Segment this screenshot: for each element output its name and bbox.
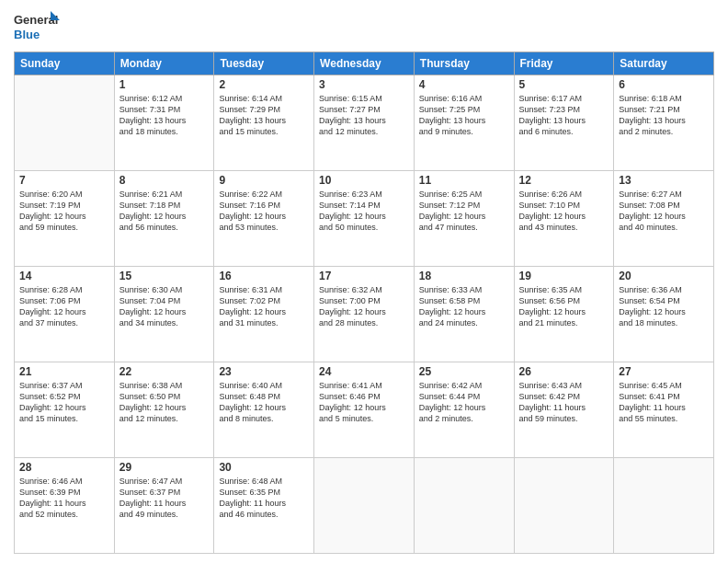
day-number: 26: [519, 365, 609, 378]
calendar-cell: [514, 458, 614, 554]
day-info: Sunrise: 6:25 AM Sunset: 7:12 PM Dayligh…: [419, 189, 509, 234]
day-number: 25: [419, 365, 509, 378]
day-number: 2: [219, 78, 309, 91]
day-number: 8: [119, 174, 210, 187]
calendar-cell: 11Sunrise: 6:25 AM Sunset: 7:12 PM Dayli…: [414, 171, 514, 267]
day-number: 20: [619, 270, 709, 282]
svg-text:Blue: Blue: [14, 28, 40, 41]
calendar-table: SundayMondayTuesdayWednesdayThursdayFrid…: [14, 52, 714, 554]
calendar-cell: 5Sunrise: 6:17 AM Sunset: 7:23 PM Daylig…: [514, 75, 614, 171]
day-number: 13: [619, 174, 709, 187]
weekday-wednesday: Wednesday: [314, 52, 415, 75]
day-number: 30: [219, 461, 309, 474]
calendar-cell: 26Sunrise: 6:43 AM Sunset: 6:42 PM Dayli…: [514, 362, 614, 458]
day-number: 17: [319, 270, 409, 282]
day-info: Sunrise: 6:22 AM Sunset: 7:16 PM Dayligh…: [219, 189, 309, 234]
calendar-cell: 2Sunrise: 6:14 AM Sunset: 7:29 PM Daylig…: [214, 75, 314, 171]
day-number: 4: [419, 78, 509, 91]
calendar-cell: 25Sunrise: 6:42 AM Sunset: 6:44 PM Dayli…: [414, 362, 514, 458]
day-info: Sunrise: 6:40 AM Sunset: 6:48 PM Dayligh…: [219, 380, 309, 425]
day-number: 5: [519, 78, 609, 91]
day-info: Sunrise: 6:37 AM Sunset: 6:52 PM Dayligh…: [19, 380, 109, 425]
calendar-cell: [414, 458, 514, 554]
calendar-cell: 10Sunrise: 6:23 AM Sunset: 7:14 PM Dayli…: [314, 171, 415, 267]
calendar-cell: 27Sunrise: 6:45 AM Sunset: 6:41 PM Dayli…: [614, 362, 714, 458]
weekday-saturday: Saturday: [614, 52, 714, 75]
calendar-cell: [614, 458, 714, 554]
calendar-cell: [314, 458, 415, 554]
calendar-cell: 15Sunrise: 6:30 AM Sunset: 7:04 PM Dayli…: [114, 267, 214, 362]
day-info: Sunrise: 6:42 AM Sunset: 6:44 PM Dayligh…: [419, 380, 509, 425]
calendar-cell: 19Sunrise: 6:35 AM Sunset: 6:56 PM Dayli…: [514, 267, 614, 362]
day-info: Sunrise: 6:38 AM Sunset: 6:50 PM Dayligh…: [119, 380, 210, 425]
day-number: 21: [19, 365, 109, 378]
day-info: Sunrise: 6:31 AM Sunset: 7:02 PM Dayligh…: [219, 284, 309, 329]
calendar-cell: 14Sunrise: 6:28 AM Sunset: 7:06 PM Dayli…: [15, 267, 115, 362]
day-info: Sunrise: 6:18 AM Sunset: 7:21 PM Dayligh…: [619, 93, 709, 138]
calendar-cell: [15, 75, 115, 171]
day-number: 24: [319, 365, 409, 378]
calendar-cell: 21Sunrise: 6:37 AM Sunset: 6:52 PM Dayli…: [15, 362, 115, 458]
week-row-3: 21Sunrise: 6:37 AM Sunset: 6:52 PM Dayli…: [15, 362, 714, 458]
day-info: Sunrise: 6:36 AM Sunset: 6:54 PM Dayligh…: [619, 284, 709, 329]
day-info: Sunrise: 6:15 AM Sunset: 7:27 PM Dayligh…: [319, 93, 409, 138]
day-info: Sunrise: 6:33 AM Sunset: 6:58 PM Dayligh…: [419, 284, 509, 329]
day-number: 23: [219, 365, 309, 378]
day-info: Sunrise: 6:41 AM Sunset: 6:46 PM Dayligh…: [319, 380, 409, 425]
page-header: General Blue: [14, 9, 714, 44]
day-info: Sunrise: 6:35 AM Sunset: 6:56 PM Dayligh…: [519, 284, 609, 329]
day-info: Sunrise: 6:23 AM Sunset: 7:14 PM Dayligh…: [319, 189, 409, 234]
weekday-friday: Friday: [514, 52, 614, 75]
day-number: 10: [319, 174, 409, 187]
calendar-cell: 13Sunrise: 6:27 AM Sunset: 7:08 PM Dayli…: [614, 171, 714, 267]
day-info: Sunrise: 6:17 AM Sunset: 7:23 PM Dayligh…: [519, 93, 609, 138]
day-info: Sunrise: 6:12 AM Sunset: 7:31 PM Dayligh…: [119, 93, 210, 138]
calendar-cell: 16Sunrise: 6:31 AM Sunset: 7:02 PM Dayli…: [214, 267, 314, 362]
calendar-cell: 23Sunrise: 6:40 AM Sunset: 6:48 PM Dayli…: [214, 362, 314, 458]
calendar-cell: 20Sunrise: 6:36 AM Sunset: 6:54 PM Dayli…: [614, 267, 714, 362]
weekday-thursday: Thursday: [414, 52, 514, 75]
day-info: Sunrise: 6:30 AM Sunset: 7:04 PM Dayligh…: [119, 284, 210, 329]
day-info: Sunrise: 6:16 AM Sunset: 7:25 PM Dayligh…: [419, 93, 509, 138]
day-number: 19: [519, 270, 609, 282]
calendar-cell: 1Sunrise: 6:12 AM Sunset: 7:31 PM Daylig…: [114, 75, 214, 171]
weekday-monday: Monday: [114, 52, 214, 75]
day-number: 12: [519, 174, 609, 187]
calendar-cell: 24Sunrise: 6:41 AM Sunset: 6:46 PM Dayli…: [314, 362, 415, 458]
day-number: 16: [219, 270, 309, 282]
day-number: 18: [419, 270, 509, 282]
day-info: Sunrise: 6:20 AM Sunset: 7:19 PM Dayligh…: [19, 189, 109, 234]
calendar-cell: 6Sunrise: 6:18 AM Sunset: 7:21 PM Daylig…: [614, 75, 714, 171]
day-info: Sunrise: 6:14 AM Sunset: 7:29 PM Dayligh…: [219, 93, 309, 138]
calendar-cell: 4Sunrise: 6:16 AM Sunset: 7:25 PM Daylig…: [414, 75, 514, 171]
day-info: Sunrise: 6:47 AM Sunset: 6:37 PM Dayligh…: [119, 476, 210, 521]
weekday-sunday: Sunday: [15, 52, 115, 75]
calendar-cell: 22Sunrise: 6:38 AM Sunset: 6:50 PM Dayli…: [114, 362, 214, 458]
day-number: 9: [219, 174, 309, 187]
day-number: 3: [319, 78, 409, 91]
day-info: Sunrise: 6:28 AM Sunset: 7:06 PM Dayligh…: [19, 284, 109, 329]
day-info: Sunrise: 6:27 AM Sunset: 7:08 PM Dayligh…: [619, 189, 709, 234]
day-info: Sunrise: 6:32 AM Sunset: 7:00 PM Dayligh…: [319, 284, 409, 329]
week-row-0: 1Sunrise: 6:12 AM Sunset: 7:31 PM Daylig…: [15, 75, 714, 171]
day-info: Sunrise: 6:45 AM Sunset: 6:41 PM Dayligh…: [619, 380, 709, 425]
day-number: 7: [19, 174, 109, 187]
day-number: 22: [119, 365, 210, 378]
weekday-tuesday: Tuesday: [214, 52, 314, 75]
day-number: 28: [19, 461, 109, 474]
calendar-cell: 12Sunrise: 6:26 AM Sunset: 7:10 PM Dayli…: [514, 171, 614, 267]
calendar-cell: 7Sunrise: 6:20 AM Sunset: 7:19 PM Daylig…: [15, 171, 115, 267]
day-number: 14: [19, 270, 109, 282]
day-number: 11: [419, 174, 509, 187]
week-row-1: 7Sunrise: 6:20 AM Sunset: 7:19 PM Daylig…: [15, 171, 714, 267]
calendar-cell: 17Sunrise: 6:32 AM Sunset: 7:00 PM Dayli…: [314, 267, 415, 362]
day-info: Sunrise: 6:21 AM Sunset: 7:18 PM Dayligh…: [119, 189, 210, 234]
day-number: 6: [619, 78, 709, 91]
calendar-cell: 3Sunrise: 6:15 AM Sunset: 7:27 PM Daylig…: [314, 75, 415, 171]
day-info: Sunrise: 6:48 AM Sunset: 6:35 PM Dayligh…: [219, 476, 309, 521]
week-row-4: 28Sunrise: 6:46 AM Sunset: 6:39 PM Dayli…: [15, 458, 714, 554]
calendar-cell: 18Sunrise: 6:33 AM Sunset: 6:58 PM Dayli…: [414, 267, 514, 362]
logo-svg: General Blue: [14, 9, 60, 44]
calendar-cell: 8Sunrise: 6:21 AM Sunset: 7:18 PM Daylig…: [114, 171, 214, 267]
day-number: 1: [119, 78, 210, 91]
